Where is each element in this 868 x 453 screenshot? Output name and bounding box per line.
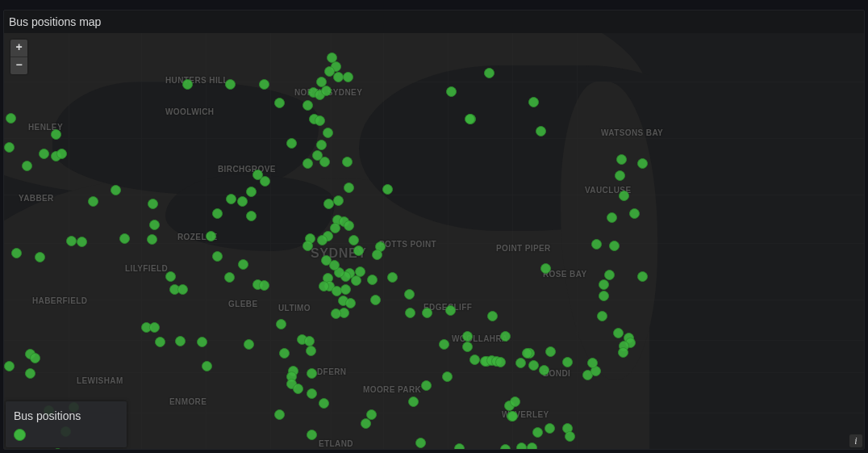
map-canvas[interactable]: + − i Bus positions SYDNEY HUNTERS HILLW… xyxy=(4,33,864,449)
zoom-in-button[interactable]: + xyxy=(10,40,27,57)
zoom-control: + − xyxy=(10,40,27,74)
legend-row xyxy=(14,429,119,441)
attribution-button[interactable]: i xyxy=(849,434,862,447)
map-panel: Bus positions map xyxy=(3,10,865,450)
legend-marker-icon xyxy=(14,429,26,441)
legend: Bus positions xyxy=(6,401,127,447)
zoom-out-button[interactable]: − xyxy=(10,57,27,74)
panel-title: Bus positions map xyxy=(4,10,864,33)
legend-title: Bus positions xyxy=(14,409,119,422)
